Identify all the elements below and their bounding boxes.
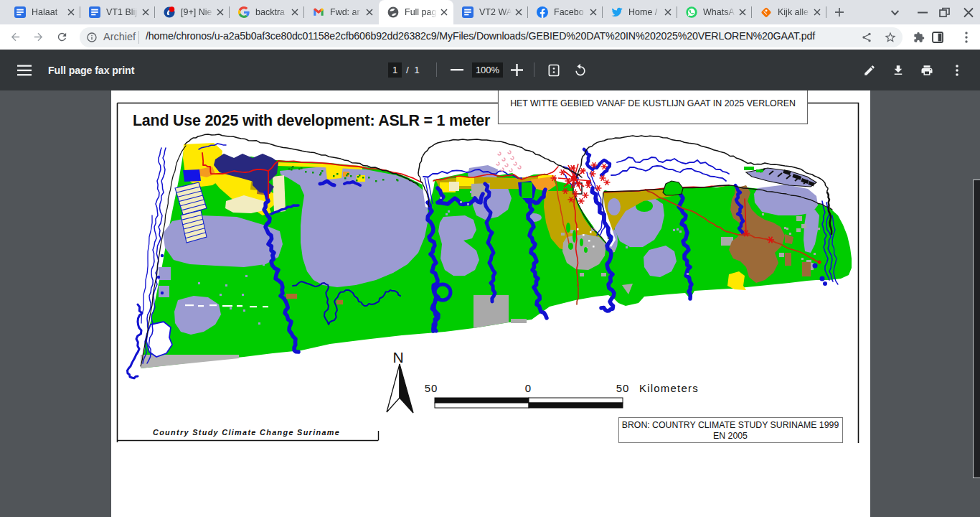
svg-text:Kilometers: Kilometers: [639, 382, 699, 394]
svg-text:50: 50: [616, 382, 630, 394]
svg-text:N: N: [392, 349, 403, 365]
svg-text:50: 50: [425, 382, 438, 394]
svg-text:Land Use 2025 with development: Land Use 2025 with development: ASLR = 1…: [133, 112, 490, 129]
svg-text:0: 0: [525, 382, 531, 394]
svg-text:Country Study Climate Change S: Country Study Climate Change Suriname: [153, 428, 340, 437]
svg-text:EN 2005: EN 2005: [713, 431, 748, 441]
svg-text:BRON: COUNTRY CLIMATE STUDY SU: BRON: COUNTRY CLIMATE STUDY SURINAME 199…: [622, 420, 839, 430]
svg-text:HET WITTE GEBIED VANAF DE KUST: HET WITTE GEBIED VANAF DE KUSTLIJN GAAT …: [510, 98, 796, 108]
